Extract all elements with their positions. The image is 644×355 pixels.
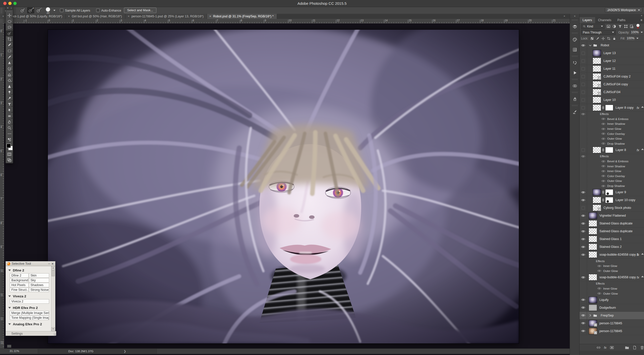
layer-thumbnail[interactable] bbox=[593, 97, 601, 103]
effect-row[interactable]: Inner Shadow bbox=[580, 164, 644, 169]
layer-row[interactable]: CJMSciFi34 copy bbox=[580, 81, 644, 88]
tab-close-icon[interactable]: × bbox=[2, 15, 4, 18]
layer-mask-thumbnail[interactable] bbox=[605, 147, 613, 153]
add-mask-icon[interactable] bbox=[610, 345, 614, 350]
scroll-thumb[interactable] bbox=[52, 270, 55, 276]
layer-visibility-toggle[interactable] bbox=[580, 73, 587, 80]
layer-row[interactable]: person-1178845 bbox=[580, 320, 644, 327]
document-canvas[interactable]: .hsA{fill:none;stroke:#d8d4e6;stroke-wid… bbox=[48, 30, 519, 343]
sharpen-tool[interactable] bbox=[6, 84, 13, 90]
history-brush-tool[interactable] bbox=[6, 66, 13, 72]
eyedropper-tool[interactable] bbox=[6, 42, 13, 48]
effects-header-row[interactable]: Effects bbox=[580, 259, 644, 264]
layer-visibility-toggle[interactable] bbox=[580, 65, 587, 72]
zoom-level[interactable]: 31.11% bbox=[10, 349, 19, 352]
layer-thumbnail[interactable] bbox=[589, 251, 597, 258]
clone-stamp-tool[interactable] bbox=[6, 60, 13, 66]
section-header[interactable]: Dfine 2 bbox=[8, 268, 55, 272]
color-panel-button[interactable] bbox=[570, 34, 580, 45]
effect-row[interactable]: Outer Glow bbox=[580, 136, 644, 141]
swatches-panel-button[interactable] bbox=[570, 45, 580, 55]
layer-visibility-toggle[interactable] bbox=[580, 188, 587, 196]
layer-thumbnail[interactable] bbox=[593, 205, 601, 211]
layer-visibility-toggle[interactable] bbox=[580, 204, 587, 212]
effect-row[interactable]: Drop Shadow bbox=[580, 184, 644, 189]
path-selection-tool[interactable] bbox=[6, 107, 13, 113]
chevron-down-icon[interactable] bbox=[589, 44, 592, 47]
effect-visibility-toggle[interactable] bbox=[580, 127, 587, 131]
scrollbar-corner[interactable] bbox=[7, 345, 11, 348]
color-swatches[interactable] bbox=[6, 143, 13, 151]
layer-visibility-toggle[interactable] bbox=[580, 235, 587, 243]
effect-row[interactable]: Drop Shadow bbox=[580, 141, 644, 146]
tab-close-icon[interactable]: × bbox=[68, 15, 70, 18]
layer-row[interactable]: Dodge/burn bbox=[580, 304, 644, 312]
layer-thumbnail[interactable] bbox=[589, 220, 597, 227]
layer-row[interactable]: Liquify bbox=[580, 296, 644, 304]
quick-mask-button[interactable] bbox=[6, 151, 13, 157]
effect-row[interactable]: Color Overlay bbox=[580, 131, 644, 136]
collapse-effects-icon[interactable] bbox=[641, 148, 644, 150]
minimize-icon[interactable]: – bbox=[48, 262, 50, 265]
effect-visibility-toggle[interactable] bbox=[580, 141, 587, 146]
layer-thumbnail[interactable] bbox=[593, 147, 601, 153]
layer-row[interactable]: person-1178845 bbox=[580, 327, 644, 335]
delete-layer-icon[interactable] bbox=[640, 345, 644, 350]
layer-row[interactable]: Layer 12 bbox=[580, 57, 644, 65]
filter-type-dropdown[interactable]: Kind bbox=[581, 24, 605, 29]
close-icon[interactable]: ✕ bbox=[51, 262, 54, 266]
tool-presets-panel-button[interactable] bbox=[570, 94, 580, 104]
scroll-down-icon[interactable]: ▼ bbox=[51, 327, 55, 331]
layer-visibility-toggle[interactable] bbox=[580, 49, 587, 57]
filter-type-layers-icon[interactable] bbox=[618, 24, 622, 28]
tab-channels[interactable]: Channels bbox=[595, 17, 615, 23]
layer-thumbnail[interactable] bbox=[593, 89, 601, 95]
effect-visibility-toggle[interactable] bbox=[580, 122, 587, 126]
lock-transparency-icon[interactable] bbox=[590, 37, 594, 40]
creative-cloud-button[interactable] bbox=[570, 81, 580, 91]
quick-selection-tool[interactable] bbox=[6, 30, 13, 36]
tab-paths[interactable]: Paths bbox=[614, 17, 628, 23]
layer-mask-thumbnail[interactable] bbox=[605, 197, 613, 203]
libraries-panel-button[interactable] bbox=[570, 21, 580, 31]
layer-thumbnail[interactable] bbox=[589, 212, 597, 219]
layer-fx-badge[interactable]: fx bbox=[637, 148, 639, 152]
lasso-tool[interactable] bbox=[6, 24, 13, 30]
layer-visibility-toggle[interactable] bbox=[580, 212, 587, 219]
layer-row[interactable]: Satined Glass duplicate bbox=[580, 227, 644, 235]
filter-adjustment-layers-icon[interactable] bbox=[612, 24, 616, 28]
section-header[interactable]: Analog Efex Pro 2 bbox=[8, 322, 55, 326]
link-layers-icon[interactable] bbox=[596, 345, 601, 350]
adjustment-layer-icon[interactable] bbox=[617, 345, 622, 350]
chevron-down-icon[interactable] bbox=[641, 32, 643, 33]
layer-visibility-toggle[interactable] bbox=[580, 251, 587, 258]
selective-tool-titlebar[interactable]: Selective Tool – ✕ bbox=[6, 261, 55, 266]
filter-smart-object-icon[interactable] bbox=[630, 24, 634, 28]
effect-visibility-toggle[interactable] bbox=[580, 184, 587, 188]
lock-artboard-icon[interactable] bbox=[607, 37, 611, 40]
new-group-icon[interactable] bbox=[625, 345, 629, 350]
effect-row[interactable]: Bevel & Emboss bbox=[580, 117, 644, 122]
blend-mode-dropdown[interactable]: Pass Through bbox=[581, 30, 616, 35]
effect-row[interactable]: Inner Glow bbox=[580, 169, 644, 174]
patch-tool[interactable] bbox=[6, 48, 13, 54]
effect-visibility-toggle[interactable] bbox=[580, 264, 587, 268]
hand-tool[interactable] bbox=[6, 119, 13, 125]
filter-button[interactable]: Background bbox=[10, 278, 29, 283]
ruler-origin[interactable] bbox=[0, 19, 4, 23]
layer-thumbnail[interactable] bbox=[589, 244, 597, 250]
layer-visibility-toggle[interactable] bbox=[580, 220, 587, 227]
layer-thumbnail[interactable] bbox=[593, 197, 601, 203]
layer-visibility-toggle[interactable] bbox=[580, 320, 587, 327]
doc-size-field[interactable]: Doc: 138.2M/1.37G ❯ bbox=[38, 349, 157, 354]
collapse-icon[interactable]: » bbox=[11, 7, 12, 9]
layer-row[interactable]: Layer 8fx bbox=[580, 146, 644, 154]
collapse-panel-icon[interactable]: » bbox=[580, 14, 644, 17]
marquee-tool[interactable] bbox=[6, 19, 13, 25]
layer-visibility-toggle[interactable] bbox=[580, 88, 587, 96]
layer-row[interactable]: Layer 10 copy bbox=[580, 196, 644, 204]
effects-visibility-toggle[interactable] bbox=[580, 154, 587, 159]
brush-settings-panel-button[interactable] bbox=[570, 107, 580, 117]
layer-thumbnail[interactable] bbox=[593, 58, 601, 64]
filter-button[interactable]: Strong Noise bbox=[29, 288, 49, 292]
